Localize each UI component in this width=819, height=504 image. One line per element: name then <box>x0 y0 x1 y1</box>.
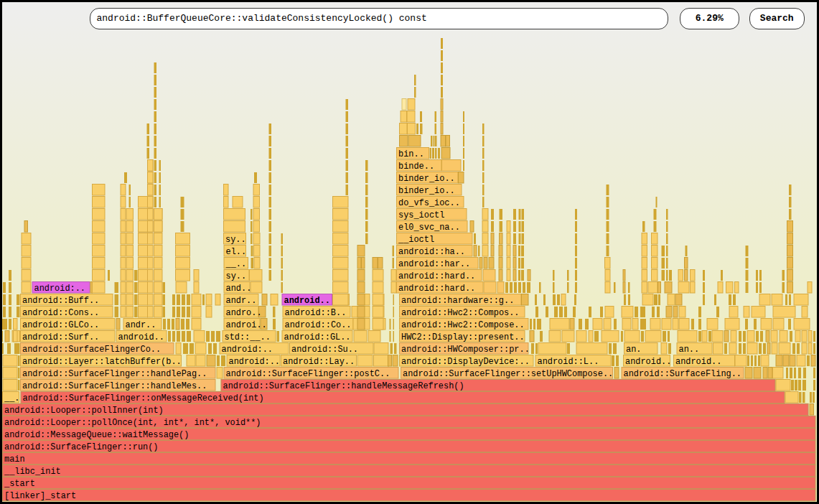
svg-text:android::L..: android::L.. <box>538 357 599 367</box>
svg-text:android:..: android:.. <box>34 284 86 294</box>
svg-text:android::hard..: android::hard.. <box>398 284 475 294</box>
svg-text:binder_io..: binder_io.. <box>398 186 455 196</box>
svg-text:an..: an.. <box>679 345 700 355</box>
svg-text:el..: el.. <box>226 247 247 257</box>
svg-text:androi..: androi.. <box>226 320 267 330</box>
svg-text:android::B..: android::B.. <box>285 308 347 318</box>
svg-text:android::SurfaceFlinger::handl: android::SurfaceFlinger::handlePag.. <box>22 369 207 379</box>
svg-text:__.: __. <box>4 393 19 403</box>
svg-text:android::SurfaceFlingerCo..: android::SurfaceFlingerCo.. <box>22 345 161 355</box>
svg-text:do_vfs_ioc..: do_vfs_ioc.. <box>398 198 460 208</box>
svg-text:android..: android.. <box>675 357 721 367</box>
svg-text:android..: android.. <box>284 296 330 306</box>
svg-text:android::Buff..: android::Buff.. <box>22 296 99 306</box>
svg-text:android::Looper::pollInner(int: android::Looper::pollInner(int) <box>4 406 164 416</box>
svg-text:android::HWComposer::pr..: android::HWComposer::pr.. <box>401 345 530 355</box>
svg-text:sy..: sy.. <box>225 235 246 245</box>
svg-text:android::GL..: android::GL.. <box>284 332 351 342</box>
svg-text:android::hard..: android::hard.. <box>398 271 475 281</box>
svg-text:main: main <box>4 454 25 465</box>
svg-text:android::hardware::g..: android::hardware::g.. <box>401 296 514 306</box>
svg-text:android::SurfaceFling..: android::SurfaceFling.. <box>624 369 742 379</box>
svg-text:android::Co..: android::Co.. <box>285 320 352 330</box>
svg-text:android::ha..: android::ha.. <box>398 247 465 257</box>
svg-text:android::Layer::latchBuffer(b.: android::Layer::latchBuffer(b.. <box>22 357 182 367</box>
svg-text:android::SurfaceFlinger::postC: android::SurfaceFlinger::postC.. <box>226 369 390 379</box>
svg-text:android..: android.. <box>625 357 671 367</box>
svg-text:android::SurfaceFlinger::setUp: android::SurfaceFlinger::setUpHWCompose.… <box>403 369 613 379</box>
svg-text:sy..: sy.. <box>226 271 247 281</box>
svg-text:andr..: andr.. <box>126 320 156 330</box>
svg-text:[linker]_start: [linker]_start <box>4 491 76 501</box>
svg-text:android::GLCo..: android::GLCo.. <box>22 320 99 330</box>
svg-text:android:..: android:.. <box>229 357 281 367</box>
svg-text:and..: and.. <box>226 284 252 294</box>
svg-text:__ioctl: __ioctl <box>398 235 434 245</box>
svg-text:_start: _start <box>4 479 35 489</box>
svg-text:binde..: binde.. <box>398 162 434 172</box>
svg-text:android..: android.. <box>118 332 164 342</box>
svg-text:android::SurfaceFlinger::run(): android::SurfaceFlinger::run() <box>4 442 159 452</box>
svg-text:an.: an. <box>626 345 642 355</box>
svg-text:HWC2::Display::present..: HWC2::Display::present.. <box>401 332 525 342</box>
svg-text:android::Hwc2::Compos..: android::Hwc2::Compos.. <box>401 308 520 318</box>
svg-text:binder_io..: binder_io.. <box>398 174 455 184</box>
svg-text:__libc_init: __libc_init <box>4 467 61 477</box>
svg-text:sys_ioctl: sys_ioctl <box>398 210 444 220</box>
svg-text:android::Hwc2::Compose..: android::Hwc2::Compose.. <box>401 320 525 330</box>
svg-text:android::Lay..: android::Lay.. <box>283 357 355 367</box>
svg-text:android::Cons..: android::Cons.. <box>22 308 99 318</box>
svg-text:andr..: andr.. <box>226 296 257 306</box>
svg-text:android::SurfaceFlinger::handl: android::SurfaceFlinger::handleMes.. <box>22 381 207 391</box>
svg-text:android::Looper::pollOnce(int,: android::Looper::pollOnce(int, int*, int… <box>4 418 261 428</box>
svg-text:android::Su..: android::Su.. <box>291 345 358 355</box>
svg-text:android::DisplayDevice:..: android::DisplayDevice:.. <box>401 357 530 367</box>
svg-text:android:..: android:.. <box>222 345 273 355</box>
svg-text:bin..: bin.. <box>398 149 424 159</box>
svg-text:std::__..: std::__.. <box>225 332 271 342</box>
svg-text:android::Surf..: android::Surf.. <box>22 332 99 342</box>
svg-text:android::MessageQueue::waitMes: android::MessageQueue::waitMessage() <box>4 430 189 440</box>
svg-text:el0_svc_na..: el0_svc_na.. <box>398 223 460 233</box>
svg-text:andro..: andro.. <box>226 308 262 318</box>
svg-text:android::har..: android::har.. <box>398 259 470 269</box>
svg-text:__..: __.. <box>225 259 247 269</box>
svg-text:android::SurfaceFlinger::handl: android::SurfaceFlinger::handleMessageRe… <box>223 381 464 391</box>
svg-text:android::SurfaceFlinger::onMes: android::SurfaceFlinger::onMessageReceiv… <box>23 393 264 403</box>
